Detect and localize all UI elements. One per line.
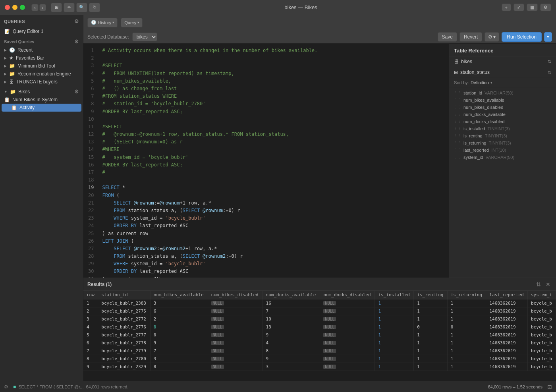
saved-queries-header: Saved Queries ⚙ bbox=[0, 37, 83, 46]
line-num-30: 30 bbox=[85, 268, 94, 275]
revert-button[interactable]: Revert bbox=[459, 32, 482, 42]
grid-icon[interactable]: ⊞ bbox=[51, 3, 62, 12]
table-cell: 2 bbox=[83, 307, 98, 315]
sort-caret-icon[interactable]: ▾ bbox=[490, 81, 492, 85]
history-button[interactable]: 🕐 History ▾ bbox=[87, 18, 118, 27]
folder-icon: 📁 bbox=[9, 63, 15, 69]
line-num-5: 5 bbox=[85, 77, 94, 85]
col-type: INT(10) bbox=[491, 148, 506, 153]
sidebar-item-minimum-bid[interactable]: ▶ 📁 Minimum Bid Tool bbox=[0, 62, 83, 70]
table-cell: NULL bbox=[208, 339, 263, 347]
results-collapse-button[interactable]: ⇅ bbox=[535, 281, 542, 288]
sidebar-item-recent[interactable]: ▶ 🕐 Recent bbox=[0, 46, 83, 54]
queries-header: Queries ⚙ bbox=[0, 15, 83, 27]
back-button[interactable]: ‹ bbox=[31, 4, 39, 11]
code-line-5: # num_bikes_available, bbox=[102, 77, 444, 85]
db-bar: Selected Database: bikes Save Revert ⚙ ▾… bbox=[83, 30, 556, 44]
run-selection-button[interactable]: Run Selection bbox=[502, 32, 542, 42]
query-button[interactable]: Query ▾ bbox=[121, 18, 143, 27]
th-system-id: system_i bbox=[527, 291, 556, 299]
num-bikes-label: Num Bikes in System bbox=[12, 97, 58, 102]
th-num-docks-available: num_docks_available bbox=[263, 291, 320, 299]
results-close-button[interactable]: ✕ bbox=[544, 281, 552, 288]
save-button[interactable]: Save bbox=[438, 32, 457, 42]
nav-buttons: ‹ › bbox=[31, 4, 46, 11]
ref-table-station-status[interactable]: ⊞ station_status ⇅ bbox=[449, 67, 556, 78]
column-station-id: ⋮⋮ station_id VARCHAR(50) bbox=[449, 89, 556, 97]
th-num-bikes-disabled: num_bikes_disabled bbox=[208, 291, 263, 299]
sidebar-gear-icon[interactable]: ⚙ bbox=[74, 18, 79, 24]
settings-gear-button[interactable]: ⚙ ▾ bbox=[485, 32, 499, 42]
window-title: bikes — Bikes bbox=[103, 4, 498, 10]
table-row: 9bcycle_bublr_23298NULL3NULL111146836261… bbox=[83, 363, 556, 371]
th-last-reported: last_reported bbox=[486, 291, 528, 299]
code-line-11: #SELECT bbox=[102, 123, 444, 131]
col-name: system_id bbox=[463, 155, 483, 160]
edit-icon[interactable]: ✏ bbox=[64, 3, 75, 12]
new-tab-button[interactable]: + bbox=[502, 4, 511, 11]
table-cell: 3 bbox=[150, 299, 208, 307]
table-cell: 3 bbox=[150, 355, 208, 363]
ref-sort-arrows[interactable]: ⇅ bbox=[548, 59, 551, 64]
table-cell: NULL bbox=[208, 355, 263, 363]
forward-button[interactable]: › bbox=[39, 4, 46, 11]
code-line-15: # system_id = 'bcycle_bublr' bbox=[102, 154, 444, 161]
table-cell: NULL bbox=[208, 315, 263, 323]
ref-table-bikes[interactable]: 🗄 bikes ⇅ bbox=[449, 56, 556, 67]
caret-icon: ▶ bbox=[4, 64, 7, 68]
results-table[interactable]: row station_id num_bikes_available num_b… bbox=[83, 291, 556, 381]
table-cell: 1 bbox=[375, 315, 414, 323]
code-editor[interactable]: 1 2 3 4 5 6 7 8 9 10 11 12 13 14 bbox=[83, 44, 449, 278]
sidebar-item-query-editor[interactable]: 📝 Query Editor 1 bbox=[0, 27, 83, 35]
drag-icon: ⋮⋮ bbox=[454, 155, 461, 159]
bikes-folder-icon: 📁 bbox=[10, 89, 16, 95]
activity-label: Activity bbox=[19, 105, 35, 110]
code-line-2 bbox=[102, 54, 444, 62]
split-button[interactable]: ⤢ bbox=[514, 4, 524, 11]
sidebar-item-favorites[interactable]: ▶ ★ Favorites Bar bbox=[0, 54, 83, 62]
layout-button[interactable]: ▦ bbox=[527, 4, 538, 11]
table-cell: 7 bbox=[263, 307, 320, 315]
table-cell: NULL bbox=[320, 339, 375, 347]
line-num-17: 17 bbox=[85, 169, 94, 176]
run-dropdown-button[interactable]: ▾ bbox=[544, 32, 552, 42]
table-cell: 6 bbox=[83, 339, 98, 347]
results-panel: Results (1) ⇅ ✕ row station_id num_bikes… bbox=[83, 278, 556, 381]
sidebar-item-activity[interactable]: 📋 Activity bbox=[2, 104, 81, 112]
table-cell: 1 bbox=[414, 363, 447, 371]
bikes-gear-icon[interactable]: ⚙ bbox=[74, 89, 79, 95]
db-select[interactable]: bikes bbox=[132, 33, 157, 41]
search-icon[interactable]: 🔍 bbox=[76, 3, 87, 12]
code-lines[interactable]: # Activity occurs when there is a change… bbox=[97, 44, 449, 278]
drag-icon: ⋮⋮ bbox=[454, 127, 461, 131]
ref-table-station-name: ⊞ station_status bbox=[454, 70, 490, 75]
table-cell: NULL bbox=[320, 331, 375, 339]
status-expand-icon[interactable]: ⊡ bbox=[547, 384, 552, 390]
minimize-button[interactable] bbox=[12, 5, 17, 10]
status-gear-icon[interactable]: ⚙ bbox=[4, 384, 8, 390]
table-cell: 8 bbox=[83, 355, 98, 363]
sidebar-item-bikes-folder[interactable]: ▼ 📁 Bikes ⚙ bbox=[0, 87, 83, 96]
ref-sort-arrows-2[interactable]: ⇅ bbox=[548, 70, 551, 75]
sidebar-item-recommendation[interactable]: ▶ 📁 Recommendation Engine bbox=[0, 70, 83, 78]
settings-button[interactable]: ⚙ bbox=[540, 4, 551, 11]
drag-icon: ⋮⋮ bbox=[454, 91, 461, 95]
sidebar-item-truncate[interactable]: ▶ 🗄 TRUNCATE buyers bbox=[0, 78, 83, 86]
sort-value: Definition bbox=[471, 80, 489, 85]
table-cell: 9 bbox=[83, 363, 98, 371]
table-row: 5bcycle_bublr_27770NULL9NULL111146836261… bbox=[83, 331, 556, 339]
db-actions: Save Revert ⚙ ▾ Run Selection ▾ bbox=[438, 32, 552, 42]
titlebar: ‹ › ⊞ ✏ 🔍 ↻ bikes — Bikes + ⤢ ▦ ⚙ bbox=[0, 0, 556, 15]
sidebar-item-num-bikes[interactable]: 📋 Num Bikes in System bbox=[0, 96, 83, 104]
refresh-icon[interactable]: ↻ bbox=[89, 3, 100, 12]
close-button[interactable] bbox=[5, 5, 10, 10]
table-cell: bcycle_b bbox=[527, 299, 556, 307]
code-line-13: # (SELECT @rownum:=0) as r bbox=[102, 138, 444, 146]
table-cell: 1 bbox=[447, 355, 486, 363]
maximize-button[interactable] bbox=[20, 5, 25, 10]
saved-queries-gear-icon[interactable]: ⚙ bbox=[74, 39, 79, 44]
results-tbody: 1bcycle_bublr_23833NULL16NULL11114683626… bbox=[83, 299, 556, 371]
table-cell: 1468362619 bbox=[486, 307, 528, 315]
table-row: 4bcycle_bublr_27760NULL13NULL10014683626… bbox=[83, 323, 556, 331]
table-cell: 1 bbox=[375, 339, 414, 347]
